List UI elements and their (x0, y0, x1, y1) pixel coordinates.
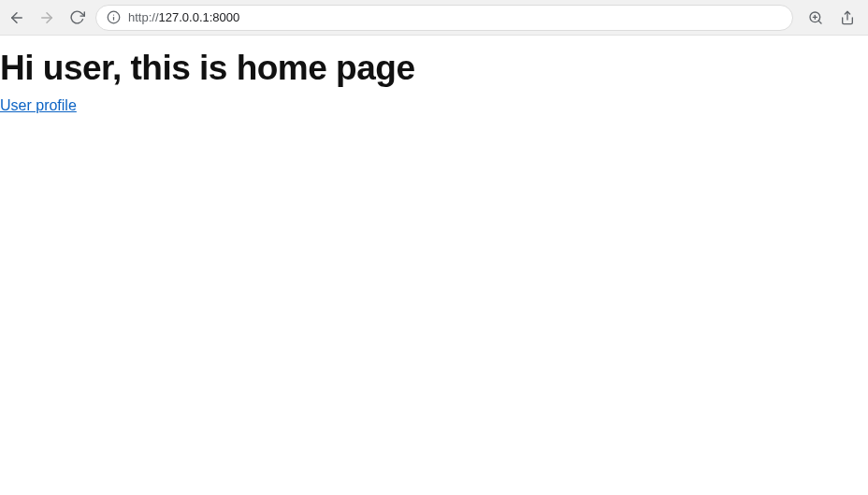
svg-line-6 (818, 21, 821, 23)
reload-icon (69, 9, 85, 25)
url-protocol: http:// (128, 10, 159, 24)
address-bar[interactable]: http://127.0.0.1:8000 (95, 5, 793, 31)
page-content: Hi user, this is home page User profile (0, 49, 868, 114)
share-button[interactable] (836, 7, 859, 29)
reload-button[interactable] (65, 7, 88, 29)
browser-toolbar: http://127.0.0.1:8000 (0, 0, 868, 36)
toolbar-right-group (801, 7, 862, 29)
page-title: Hi user, this is home page (0, 49, 868, 88)
url-host: 127.0.0.1:8000 (159, 10, 240, 24)
info-icon (106, 10, 121, 25)
zoom-button[interactable] (804, 7, 827, 29)
zoom-icon (808, 10, 823, 25)
back-button[interactable] (6, 7, 28, 29)
url-text: http://127.0.0.1:8000 (128, 10, 783, 24)
share-icon (840, 10, 855, 25)
arrow-right-icon (38, 9, 55, 26)
user-profile-link[interactable]: User profile (0, 97, 77, 113)
forward-button[interactable] (36, 7, 58, 29)
arrow-left-icon (8, 9, 25, 26)
